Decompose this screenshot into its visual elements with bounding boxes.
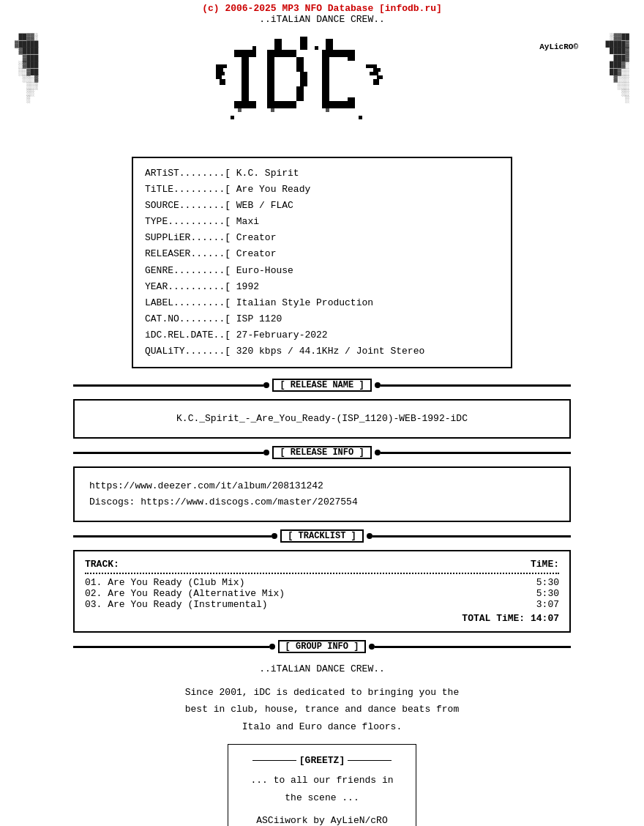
- divider-dot-4: [375, 450, 381, 455]
- group-info-panel: ..iTALiAN DANCE CREW.. Since 2001, iDC i…: [73, 661, 571, 735]
- greetz-label: [GREETZ]: [296, 752, 348, 769]
- svg-rect-11: [322, 57, 329, 101]
- logo-area: ██▓▓░ ▓█████ ▓████ ▓███ ░▓███ ░░▓██ ░░░▓…: [0, 28, 644, 152]
- group-desc-text: Since 2001, iDC is dedicated to bringing…: [73, 684, 571, 735]
- svg-rect-9: [322, 50, 351, 57]
- tracklist-header-row: TRACK: TiME:: [85, 559, 559, 570]
- left-deco: ██▓▓░ ▓█████ ▓████ ▓███ ░▓███ ░░▓██ ░░░▓…: [15, 28, 38, 111]
- svg-rect-22: [370, 72, 378, 75]
- tracklist-divider: [ TRACKLIST ]: [73, 529, 571, 543]
- greetz-title: [GREETZ]: [250, 752, 393, 769]
- release-name-divider: [ RELEASE NAME ]: [73, 379, 571, 392]
- svg-rect-32: [271, 108, 274, 112]
- svg-rect-15: [252, 46, 256, 50]
- discogs-url: https://www.discogs.com/master/2027554: [141, 496, 357, 507]
- tracklist-separator: [85, 573, 559, 574]
- divider-line-left-3: [73, 535, 272, 537]
- table-row: 01. Are You Ready (Club Mix) 5:30: [85, 577, 559, 588]
- divider-line-left-2: [73, 452, 263, 454]
- release-name-panel: K.C._Spirit_-_Are_You_Ready-(ISP_1120)-W…: [73, 399, 571, 439]
- svg-rect-28: [274, 39, 282, 50]
- tracklist-panel: TRACK: TiME: 01. Are You Ready (Club Mix…: [73, 550, 571, 633]
- info-box: ARTiST........[ K.C. Spirit TiTLE.......…: [132, 157, 512, 368]
- greetz-line-left: [252, 760, 296, 761]
- divider-dot-5: [272, 533, 277, 539]
- svg-rect-29: [300, 37, 307, 50]
- svg-rect-26: [216, 72, 225, 75]
- divider-dot-3: [263, 450, 269, 455]
- svg-rect-5: [274, 101, 296, 108]
- genre-line: GENRE.........[ Euro-House: [145, 263, 499, 279]
- year-line: YEAR..........[ 1992: [145, 279, 499, 295]
- greetz-text-2: the scene ...: [250, 789, 393, 806]
- divider-line-right-2: [381, 452, 571, 454]
- divider-dot-7: [269, 644, 275, 650]
- svg-rect-17: [315, 46, 318, 50]
- catno-line: CAT.NO........[ ISP 1120: [145, 311, 499, 327]
- divider-dot-8: [369, 644, 375, 650]
- page-wrapper: (c) 2006-2025 MP3 NFO Database [infodb.r…: [0, 0, 644, 826]
- right-deco: ░▓▓██ █████▓ ████▓ ███▓ ███▓░ ██▓░░ ▓░░░…: [606, 28, 629, 111]
- svg-rect-16: [359, 116, 362, 119]
- greetz-wrapper: [GREETZ] ... to all our friends in the s…: [228, 744, 416, 826]
- table-row: 03. Are You Ready (Instrumental) 3:07: [85, 599, 559, 610]
- deezer-url: https://www.deezer.com/it/album/20813124…: [89, 478, 555, 494]
- track-03-time: 3:07: [536, 599, 559, 610]
- track-col-header: TRACK:: [85, 559, 119, 570]
- quality-line: QUALiTY.......[ 320 kbps / 44.1KHz / Joi…: [145, 343, 499, 360]
- artist-line: ARTiST........[ K.C. Spirit: [145, 165, 499, 182]
- label-line: LABEL.........[ Italian Style Production: [145, 295, 499, 311]
- track-03: 03. Are You Ready (Instrumental): [85, 599, 268, 610]
- track-01-time: 5:30: [536, 577, 559, 588]
- svg-rect-30: [326, 39, 333, 50]
- total-time-row: TOTAL TiME: 14:07: [85, 613, 559, 624]
- svg-rect-6: [296, 57, 304, 72]
- divider-dot-6: [367, 533, 372, 539]
- svg-rect-7: [296, 86, 304, 101]
- group-crew-text: ..iTALiAN DANCE CREW..: [73, 661, 571, 677]
- svg-rect-18: [373, 79, 379, 85]
- svg-rect-1: [242, 57, 249, 101]
- svg-rect-12: [348, 50, 355, 61]
- releaser-line: RELEASER......[ Creator: [145, 246, 499, 262]
- greetz-text-1: ... to all our friends in: [250, 772, 393, 789]
- reldate-line: iDC.REL.DATE..[ 27-February-2022: [145, 327, 499, 343]
- aylicro-label: AyLicRO©: [539, 42, 578, 51]
- divider-line-right: [381, 384, 571, 387]
- divider-line-left-4: [73, 646, 269, 648]
- source-line: SOURCE........[ WEB / FLAC: [145, 198, 499, 214]
- title-line: TiTLE.........[ Are You Ready: [145, 182, 499, 198]
- type-line: TYPE..........[ Maxi: [145, 214, 499, 230]
- svg-rect-24: [216, 64, 227, 68]
- copyright-text: (c) 2006-2025 MP3 NFO Database [infodb.r…: [202, 3, 442, 14]
- discogs-line: Discogs: https://www.discogs.com/master/…: [89, 494, 555, 510]
- release-info-panel: https://www.deezer.com/it/album/20813124…: [73, 466, 571, 522]
- release-info-divider: [ RELEASE INFO ]: [73, 446, 571, 459]
- track-02-time: 5:30: [536, 588, 559, 599]
- group-info-label: [ GROUP INFO ]: [278, 640, 367, 653]
- group-info-divider: [ GROUP INFO ]: [73, 640, 571, 653]
- divider-dot-2: [375, 382, 381, 388]
- total-time: 14:07: [531, 613, 559, 624]
- table-row: 02. Are You Ready (Alternative Mix) 5:30: [85, 588, 559, 599]
- svg-rect-14: [231, 116, 234, 119]
- svg-rect-2: [234, 101, 256, 108]
- svg-rect-21: [373, 68, 381, 72]
- svg-rect-4: [274, 50, 296, 57]
- svg-rect-23: [377, 75, 383, 79]
- svg-rect-0: [234, 50, 256, 57]
- svg-rect-33: [326, 108, 329, 112]
- release-name-value: K.C._Spirit_-_Are_You_Ready-(ISP_1120)-W…: [89, 411, 555, 427]
- release-name-label: [ RELEASE NAME ]: [272, 379, 371, 392]
- svg-rect-13: [348, 97, 355, 108]
- track-02: 02. Are You Ready (Alternative Mix): [85, 588, 285, 599]
- svg-rect-20: [366, 64, 377, 68]
- time-col-header: TiME:: [531, 559, 559, 570]
- svg-rect-31: [238, 108, 242, 112]
- svg-rect-10: [322, 101, 351, 108]
- discogs-label: Discogs:: [89, 496, 135, 507]
- svg-rect-27: [216, 75, 222, 79]
- track-01: 01. Are You Ready (Club Mix): [85, 577, 244, 588]
- tracklist-label: [ TRACKLIST ]: [280, 529, 364, 543]
- svg-rect-3: [267, 50, 274, 108]
